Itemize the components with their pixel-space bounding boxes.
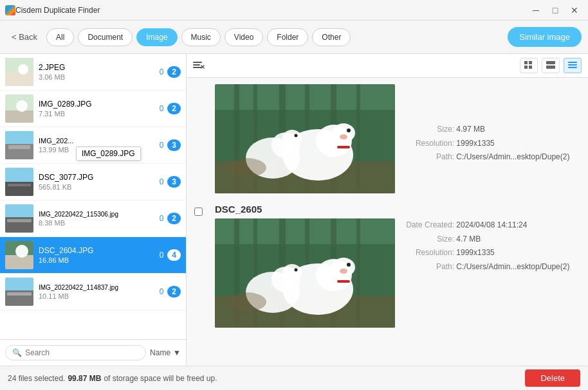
size-label: Size: xyxy=(403,123,454,137)
clear-button[interactable] xyxy=(193,61,205,70)
app-icon xyxy=(5,5,15,15)
close-button[interactable]: ✕ xyxy=(566,4,583,17)
svg-rect-26 xyxy=(524,61,528,64)
filter-all[interactable]: All xyxy=(46,28,74,46)
filter-folder[interactable]: Folder xyxy=(267,28,308,46)
list-item[interactable]: 2.JPEG 3.06 MB 0 2 xyxy=(0,54,186,91)
minimize-button[interactable]: ─ xyxy=(528,4,544,17)
file-badges: 0 2 xyxy=(160,103,181,114)
path-value: C:/Users/Admin...esktop/Dupe(2) xyxy=(456,262,569,271)
svg-rect-31 xyxy=(546,66,555,69)
file-thumbnail xyxy=(5,94,33,123)
similar-image-button[interactable]: Similar image xyxy=(508,27,582,47)
badge-num: 0 xyxy=(160,104,164,113)
list-item[interactable]: DSC_2604.JPG 16.86 MB 0 4 xyxy=(0,237,186,274)
svg-rect-27 xyxy=(529,61,532,64)
badge-count: 2 xyxy=(167,103,181,114)
file-info: DSC_2604.JPG 16.86 MB xyxy=(39,246,160,264)
list-item[interactable]: IMG_0289.JPG 7.31 MB 0 2 xyxy=(0,91,186,127)
file-size: 10.11 MB xyxy=(39,292,160,300)
filter-video[interactable]: Video xyxy=(225,28,263,46)
sort-label: Name xyxy=(150,348,170,357)
file-info: IMG_20220422_115306.jpg 8.38 MB xyxy=(39,211,160,227)
view-list-button[interactable] xyxy=(564,58,582,73)
file-size: 16.86 MB xyxy=(39,256,160,264)
file-thumbnail xyxy=(5,131,33,159)
search-input-wrap[interactable]: 🔍 xyxy=(5,345,146,360)
badge-num: 0 xyxy=(160,177,164,186)
svg-rect-22 xyxy=(193,64,200,66)
svg-point-66 xyxy=(332,258,355,277)
duplicate-checkbox[interactable] xyxy=(194,208,203,216)
checkbox-area[interactable] xyxy=(194,204,207,328)
duplicate-item: Size: 4.97 MB Resolution: 1999x1335 Path… xyxy=(194,84,580,193)
back-button[interactable]: < Back xyxy=(6,30,42,44)
svg-point-17 xyxy=(15,245,28,258)
view-grid-button[interactable] xyxy=(520,58,538,73)
svg-point-46 xyxy=(332,123,355,143)
resolution-label: Resolution: xyxy=(403,246,454,260)
svg-point-53 xyxy=(228,158,266,177)
filter-document[interactable]: Document xyxy=(78,28,133,46)
delete-button[interactable]: Delete xyxy=(525,369,580,387)
badge-num: 0 xyxy=(160,287,164,296)
chevron-down-icon: ▼ xyxy=(173,348,181,357)
file-size: 3.06 MB xyxy=(39,73,160,81)
svg-rect-74 xyxy=(337,280,350,283)
file-thumbnail xyxy=(5,58,33,86)
size-value: 4.7 MB xyxy=(456,235,481,244)
file-badges: 0 3 xyxy=(160,176,181,188)
view-strip-button[interactable] xyxy=(542,58,560,73)
status-prefix: 24 files selected. xyxy=(8,374,65,383)
app-title: Cisdem Duplicate Finder xyxy=(15,6,528,15)
filter-image[interactable]: Image xyxy=(136,28,177,46)
size-label: Size: xyxy=(403,233,454,247)
svg-rect-32 xyxy=(568,62,577,63)
title-bar: Cisdem Duplicate Finder ─ □ ✕ xyxy=(0,0,588,21)
file-size: 7.31 MB xyxy=(39,110,160,118)
date-created-label: Date Created: xyxy=(403,218,454,233)
file-badges: 0 4 xyxy=(160,249,181,261)
file-info: DSC_3077.JPG 565.81 KB xyxy=(39,173,160,191)
file-thumbnail xyxy=(5,241,33,269)
svg-rect-16 xyxy=(5,255,33,269)
svg-point-68 xyxy=(340,269,347,274)
list-item[interactable]: IMG_20220422_114837.jpg 10.11 MB 0 2 xyxy=(0,274,186,310)
svg-point-72 xyxy=(295,269,298,272)
file-info: 2.JPEG 3.06 MB xyxy=(39,63,160,81)
list-item[interactable]: IMG_20220422_115306.jpg 8.38 MB 0 2 xyxy=(0,200,186,237)
size-value: 4.97 MB xyxy=(456,125,485,134)
list-item[interactable]: DSC_3077.JPG 565.81 KB 0 3 xyxy=(0,164,186,200)
file-info: IMG_20220422_114837.jpg 10.11 MB xyxy=(39,284,160,300)
svg-rect-8 xyxy=(8,145,30,149)
svg-rect-1 xyxy=(5,72,33,86)
svg-rect-29 xyxy=(529,66,532,69)
badge-num: 0 xyxy=(160,214,164,223)
file-name: IMG_20220422_115306.jpg xyxy=(39,211,160,218)
file-name: IMG_0289.JPG xyxy=(39,100,160,109)
filter-music[interactable]: Music xyxy=(181,28,221,46)
sort-button[interactable]: Name ▼ xyxy=(150,348,181,357)
svg-point-51 xyxy=(282,130,302,146)
file-info: IMG_0289.JPG 7.31 MB xyxy=(39,100,160,118)
right-toolbar xyxy=(187,54,588,78)
duplicate-scroll-area[interactable]: Size: 4.97 MB Resolution: 1999x1335 Path… xyxy=(187,78,588,366)
duplicate-image-bottom xyxy=(215,218,395,328)
svg-rect-54 xyxy=(337,146,350,148)
dup-content: DSC_2605 xyxy=(215,204,580,328)
maximize-button[interactable]: □ xyxy=(547,4,564,17)
file-badges: 0 3 xyxy=(160,139,181,151)
svg-rect-11 xyxy=(8,184,31,186)
file-name: DSC_3077.JPG xyxy=(39,173,160,182)
svg-point-67 xyxy=(347,263,351,267)
filter-other[interactable]: Other xyxy=(312,28,351,46)
badge-num: 0 xyxy=(160,67,164,76)
file-size: 565.81 KB xyxy=(39,183,160,191)
main-content: 2.JPEG 3.06 MB 0 2 IMG_ xyxy=(0,54,588,366)
svg-rect-21 xyxy=(193,62,202,63)
status-suffix: of storage space will be freed up. xyxy=(104,374,217,383)
left-panel: 2.JPEG 3.06 MB 0 2 IMG_ xyxy=(0,54,187,366)
svg-point-47 xyxy=(347,129,351,132)
badge-count: 2 xyxy=(167,213,181,224)
search-input[interactable] xyxy=(25,348,139,357)
